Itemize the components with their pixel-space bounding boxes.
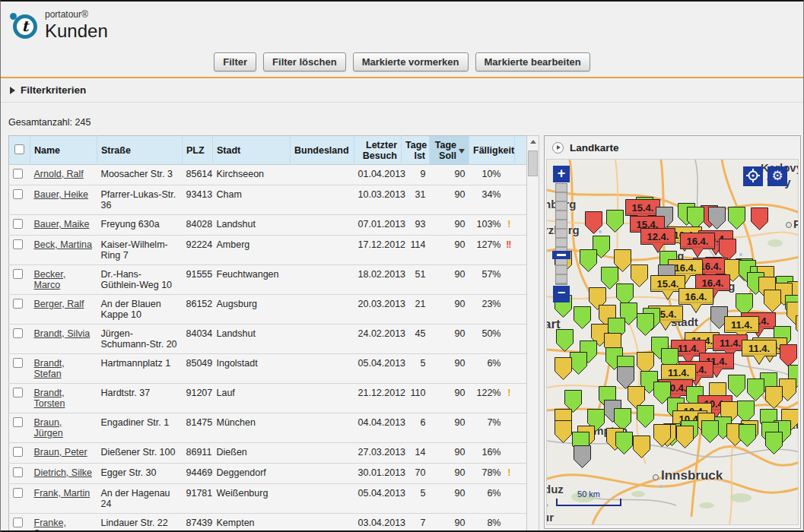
customer-link[interactable]: Beck, Martina	[34, 239, 92, 250]
filler-cell	[515, 325, 527, 354]
map-pin[interactable]	[708, 207, 726, 233]
customer-link[interactable]: Braun, Peter	[34, 447, 87, 458]
scroll-up-icon[interactable]	[527, 136, 539, 148]
customer-link[interactable]: Bauer, Heike	[34, 189, 89, 200]
row-checkbox[interactable]	[13, 219, 23, 229]
map-pin[interactable]	[570, 352, 587, 378]
row-checkbox[interactable]	[13, 239, 23, 249]
map-pin[interactable]	[585, 211, 602, 237]
map-pin[interactable]	[764, 290, 781, 315]
filler-cell	[515, 236, 527, 265]
due-cell: 34%	[469, 185, 515, 215]
col-days-target[interactable]: Tage Soll	[430, 136, 469, 165]
col-name[interactable]: Name	[30, 136, 97, 165]
customer-link[interactable]: Dietrich, Silke	[34, 467, 92, 478]
crosshair-icon	[746, 169, 760, 182]
mark-preselect-button[interactable]: Markierte vormerken	[353, 52, 469, 71]
zoom-slider-track[interactable]	[555, 183, 567, 285]
row-checkbox[interactable]	[13, 269, 23, 279]
map-settings-button[interactable]: ⚙	[767, 166, 787, 186]
map-pin-dated[interactable]: 11.4.	[742, 340, 777, 369]
map-panel-header[interactable]: Landkarte	[545, 136, 800, 159]
map-pin[interactable]	[739, 424, 756, 450]
col-due[interactable]: Fälligkeit	[469, 136, 515, 165]
customer-link[interactable]: Berger, Ralf	[34, 299, 84, 309]
col-plz[interactable]: PLZ	[183, 136, 213, 165]
mark-edit-button[interactable]: Markierte bearbeiten	[475, 52, 590, 71]
map-pin-dated[interactable]: 16.4.	[678, 288, 713, 317]
filter-button[interactable]: Filter	[214, 52, 256, 71]
days-target-cell: 90	[430, 236, 469, 265]
due-warning-icon: !	[501, 219, 511, 230]
map-pin[interactable]	[701, 420, 719, 446]
locate-button[interactable]	[743, 166, 763, 186]
days-actual-cell: 9	[402, 165, 430, 185]
map-pin[interactable]	[765, 386, 783, 412]
row-checkbox[interactable]	[13, 467, 23, 477]
map-pin[interactable]	[796, 315, 799, 341]
collapse-panel-icon[interactable]	[552, 142, 564, 154]
customer-link[interactable]: Brandt, Stefan	[34, 358, 65, 379]
col-days-actual[interactable]: Tage Ist	[402, 136, 430, 165]
row-checkbox[interactable]	[13, 189, 23, 199]
city-dot-icon	[786, 222, 792, 228]
select-all-checkbox[interactable]	[14, 144, 24, 154]
col-city[interactable]: Stadt	[213, 136, 291, 165]
days-target-cell: 90	[430, 325, 469, 354]
svg-text:11.4.: 11.4.	[678, 343, 699, 354]
table-row: Bauer, HeikePfarrer-Lukas-Str. 3693413Ch…	[9, 185, 527, 215]
row-checkbox[interactable]	[13, 447, 23, 457]
map-pin[interactable]	[633, 435, 650, 461]
svg-text:11.4.: 11.4.	[731, 319, 752, 331]
map-pin[interactable]	[574, 306, 591, 332]
customer-link[interactable]: Frank, Martin	[34, 488, 91, 499]
map-pin[interactable]	[580, 249, 597, 275]
table-scrollbar[interactable]	[526, 135, 539, 532]
map-pin[interactable]	[653, 424, 671, 450]
map-canvas[interactable]: + − ⚙ 50 km	[546, 159, 799, 525]
map-pin[interactable]	[637, 405, 654, 431]
clear-filter-button[interactable]: Filter löschen	[263, 52, 346, 71]
map-pin[interactable]	[676, 426, 694, 451]
map-pin[interactable]	[574, 445, 591, 471]
row-checkbox[interactable]	[13, 388, 23, 397]
row-checkbox[interactable]	[13, 417, 23, 427]
map-pin[interactable]	[637, 313, 654, 339]
due-warning-icon: !	[501, 388, 511, 398]
col-street[interactable]: Straße	[97, 136, 183, 165]
col-state[interactable]: Bundesland	[291, 136, 354, 165]
filter-criteria-toggle[interactable]: Filterkriterien	[1, 78, 803, 103]
state-cell	[291, 215, 354, 236]
row-checkbox[interactable]	[13, 488, 23, 498]
zoom-slider-handle[interactable]	[552, 251, 570, 259]
state-cell	[291, 185, 354, 215]
scrollbar-thumb[interactable]	[528, 150, 538, 176]
row-checkbox[interactable]	[13, 328, 23, 338]
customer-link[interactable]: Brandt, Torsten	[34, 388, 65, 409]
customer-link[interactable]: Franke, Susanne	[34, 518, 72, 532]
zoom-in-button[interactable]: +	[553, 166, 570, 182]
table-row: Becker, MarcoDr.-Hans-Güthlein-Weg 10915…	[9, 265, 527, 295]
customer-link[interactable]: Becker, Marco	[34, 269, 66, 290]
map-pin[interactable]	[556, 329, 574, 355]
last-visit-cell: 30.01.2013	[354, 464, 402, 484]
row-checkbox[interactable]	[13, 518, 23, 527]
row-checkbox[interactable]	[13, 358, 23, 368]
map-pin[interactable]	[751, 207, 768, 233]
street-cell: Dr.-Hans-Güthlein-Weg 10	[97, 265, 183, 295]
customer-link[interactable]: Brandt, Silvia	[34, 328, 91, 339]
map-pin[interactable]	[728, 207, 745, 233]
customer-link[interactable]: Bauer, Maike	[34, 219, 90, 230]
row-checkbox[interactable]	[13, 169, 23, 179]
last-visit-cell: 10.03.2013	[354, 185, 402, 215]
row-checkbox[interactable]	[13, 299, 23, 309]
map-pin[interactable]	[555, 357, 572, 383]
customer-link[interactable]: Arnold, Ralf	[34, 169, 84, 179]
map-pin[interactable]	[606, 210, 624, 236]
customer-link[interactable]: Braun, Jürgen	[34, 417, 63, 439]
zoom-out-button[interactable]: −	[553, 286, 570, 302]
map-pin[interactable]	[555, 420, 572, 446]
map-pin[interactable]	[615, 432, 633, 458]
col-last-visit[interactable]: Letzter Besuch	[354, 136, 402, 165]
map-pin[interactable]	[765, 432, 783, 458]
